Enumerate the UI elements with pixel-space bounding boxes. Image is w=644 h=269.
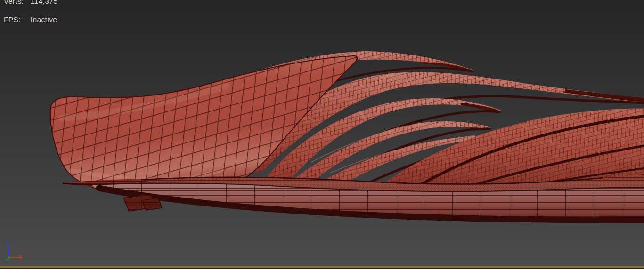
verts-value: 114,375: [31, 0, 58, 6]
z-axis-label: Z: [7, 240, 10, 246]
verts-stat-row: Verts: 114,375: [4, 0, 57, 7]
mesh-canvas[interactable]: Z Y X: [0, 0, 644, 269]
verts-label: Verts:: [4, 0, 28, 6]
viewport-3d[interactable]: Z Y X Verts: 114,375 FPS: Inactive: [0, 0, 644, 269]
fps-label: FPS:: [4, 16, 28, 24]
x-axis-label: X: [19, 254, 22, 260]
fps-stat-row: FPS: Inactive: [4, 16, 57, 25]
fps-value: Inactive: [31, 16, 57, 24]
viewport-statistics: Verts: 114,375 FPS: Inactive: [4, 0, 57, 34]
viewport-active-border: [0, 266, 644, 268]
y-axis-label: Y: [8, 255, 11, 261]
